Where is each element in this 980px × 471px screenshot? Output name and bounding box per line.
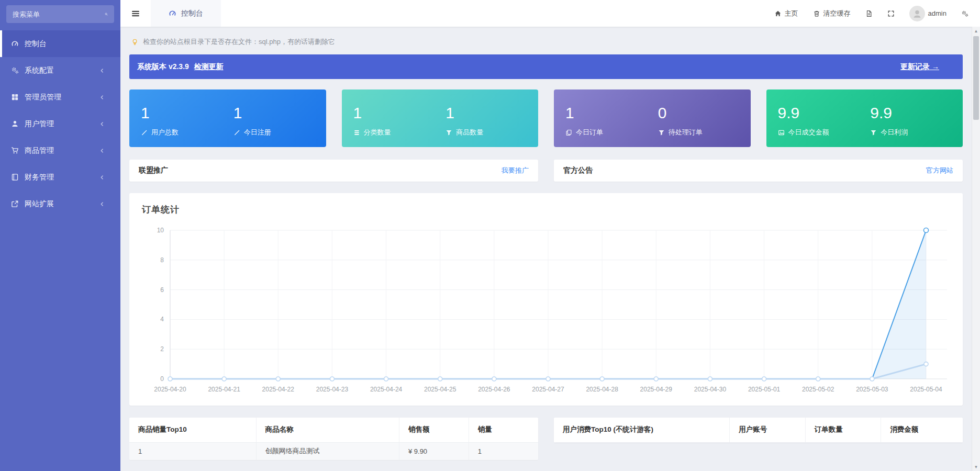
- sidebar-item-admin-management[interactable]: 管理员管理: [0, 84, 120, 110]
- scroll-up-arrow[interactable]: ▲: [972, 27, 980, 35]
- svg-text:0: 0: [160, 375, 164, 383]
- sidebar-item-dashboard[interactable]: 控制台: [0, 30, 120, 57]
- svg-text:2: 2: [160, 345, 164, 353]
- sidebar-item-product-management[interactable]: 商品管理: [0, 137, 120, 164]
- lightbulb-icon: [131, 38, 139, 46]
- stat-card-orders: 1 今日订单 0 待处理订单: [554, 89, 751, 147]
- sidebar-item-system-config[interactable]: 系统配置: [0, 57, 120, 84]
- sidebar-item-label: 用户管理: [25, 119, 54, 129]
- alert-text: 检查你的站点根目录下是否存在文件：sql.php，有的话请删除它: [143, 37, 335, 47]
- tab-dashboard[interactable]: 控制台: [151, 0, 221, 27]
- gauge-icon: [169, 9, 176, 17]
- log-button[interactable]: [865, 10, 873, 17]
- chevron-left-icon: [99, 121, 105, 127]
- top-products-table: 商品销量Top10 商品名称 销售额 销量 1 创颜网络商品测试 ¥ 9.90 …: [129, 418, 538, 460]
- search-icon[interactable]: [105, 10, 108, 18]
- image-icon: [778, 129, 785, 136]
- stat-card-users: 1 用户总数 1 今日注册: [129, 89, 326, 147]
- svg-text:2025-04-26: 2025-04-26: [478, 386, 510, 393]
- version-banner: 系统版本 v2.3.9 检测更新 更新记录 →: [129, 54, 963, 79]
- col-header: 用户消费Top10 (不统计游客): [554, 418, 730, 442]
- sidebar: 控制台 系统配置 管理员管理 用户管理 商品管理 财务管理 网站扩展: [0, 0, 120, 471]
- user-menu[interactable]: admin: [909, 6, 946, 21]
- vertical-scrollbar[interactable]: ▲ ▼: [972, 27, 980, 471]
- svg-text:2025-04-30: 2025-04-30: [694, 386, 727, 393]
- chevron-left-icon: [99, 174, 105, 181]
- table-row: 1 创颜网络商品测试 ¥ 9.90 1: [129, 442, 538, 460]
- chevron-left-icon: [99, 148, 105, 154]
- check-update-link[interactable]: 检测更新: [194, 62, 224, 71]
- sidebar-toggle-button[interactable]: [120, 0, 151, 27]
- svg-text:2025-05-03: 2025-05-03: [856, 386, 888, 393]
- hamburger-icon: [131, 9, 140, 18]
- stat-value: 1: [353, 105, 446, 121]
- version-text: 系统版本 v2.3.9: [137, 62, 189, 71]
- stat-label: 商品数量: [456, 128, 483, 137]
- grid-icon: [11, 93, 19, 101]
- layers-icon: [353, 129, 360, 136]
- svg-text:2025-05-01: 2025-05-01: [748, 386, 781, 393]
- sidebar-item-finance-management[interactable]: 财务管理: [0, 164, 120, 190]
- stat-value: 9.9: [778, 105, 871, 121]
- sidebar-item-user-management[interactable]: 用户管理: [0, 110, 120, 137]
- document-icon: [865, 10, 873, 17]
- chevron-left-icon: [99, 68, 105, 74]
- clear-cache-label: 清空缓存: [823, 9, 851, 18]
- fullscreen-icon: [887, 10, 895, 17]
- cell-product-name: 创颜网络商品测试: [256, 442, 399, 460]
- clear-cache-button[interactable]: 清空缓存: [813, 9, 851, 18]
- stat-value: 9.9: [870, 105, 963, 121]
- copy-icon: [565, 129, 572, 136]
- scrollbar-thumb[interactable]: [973, 36, 979, 120]
- cell-sales-amount: ¥ 9.90: [399, 442, 469, 460]
- stat-label: 待处理订单: [669, 128, 703, 137]
- pen-icon: [233, 129, 240, 136]
- svg-text:2025-05-02: 2025-05-02: [802, 386, 834, 393]
- announcement-panel: 官方公告 官方网站: [554, 160, 963, 182]
- col-header: 订单数量: [805, 418, 881, 442]
- table-header-row: 用户消费Top10 (不统计游客) 用户账号 订单数量 消费金额: [554, 418, 963, 442]
- svg-text:10: 10: [157, 227, 164, 234]
- username: admin: [928, 9, 946, 17]
- external-link-icon: [11, 200, 19, 208]
- col-header: 用户账号: [730, 418, 805, 442]
- user-icon: [11, 120, 19, 128]
- home-button[interactable]: 主页: [774, 9, 798, 18]
- changelog-link[interactable]: 更新记录 →: [900, 62, 939, 72]
- settings-button[interactable]: [961, 10, 968, 17]
- svg-text:2025-04-23: 2025-04-23: [316, 386, 349, 393]
- sidebar-item-site-extension[interactable]: 网站扩展: [0, 190, 120, 217]
- sidebar-item-label: 财务管理: [25, 173, 54, 182]
- home-label: 主页: [785, 9, 798, 18]
- official-site-link[interactable]: 官方网站: [926, 166, 953, 175]
- stat-card-catalog: 1 分类数量 1 商品数量: [342, 89, 539, 147]
- col-header: 销售额: [399, 418, 469, 442]
- svg-text:2025-04-29: 2025-04-29: [640, 386, 673, 393]
- search-input[interactable]: [13, 10, 105, 18]
- sidebar-search[interactable]: [6, 5, 114, 23]
- stat-value: 1: [233, 105, 326, 121]
- funnel-icon: [870, 129, 877, 136]
- scroll-down-arrow[interactable]: ▼: [972, 463, 980, 471]
- stat-label: 分类数量: [364, 128, 391, 137]
- svg-text:2025-04-21: 2025-04-21: [208, 386, 240, 393]
- panel-title: 联盟推广: [139, 166, 168, 175]
- sidebar-item-label: 商品管理: [25, 146, 54, 155]
- sidebar-item-label: 控制台: [25, 39, 47, 49]
- fullscreen-button[interactable]: [887, 10, 895, 17]
- trash-icon: [813, 10, 820, 17]
- col-header: 消费金额: [881, 418, 963, 442]
- alert-bar: 检查你的站点根目录下是否存在文件：sql.php，有的话请删除它: [129, 35, 963, 49]
- gauge-icon: [11, 40, 19, 48]
- book-icon: [11, 173, 19, 181]
- stat-label: 今日利润: [881, 128, 908, 137]
- gears-icon: [11, 66, 19, 74]
- funnel-icon: [446, 129, 452, 136]
- promote-link[interactable]: 我要推广: [502, 166, 529, 175]
- cell-sales-count: 1: [469, 442, 538, 460]
- funnel-icon: [658, 129, 665, 136]
- table-header-row: 商品销量Top10 商品名称 销售额 销量: [129, 418, 538, 442]
- top-consumers-table: 用户消费Top10 (不统计游客) 用户账号 订单数量 消费金额: [554, 418, 963, 443]
- col-header: 商品销量Top10: [129, 418, 256, 442]
- stat-card-revenue: 9.9 今日成交金额 9.9 今日利润: [766, 89, 963, 147]
